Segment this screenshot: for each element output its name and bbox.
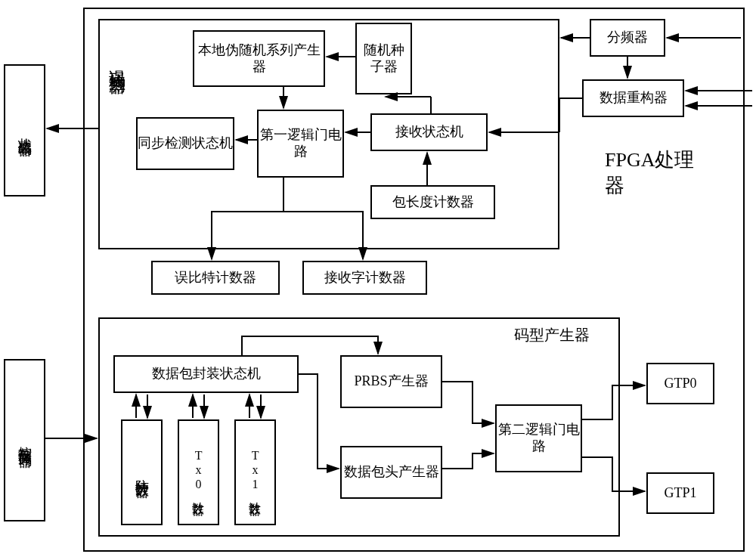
- prbs-gen-block: PRBS产生器: [340, 355, 442, 408]
- rx-word-counter-label: 接收字计数器: [324, 270, 406, 286]
- sync-detect-sm-label: 同步检测状态机: [138, 135, 233, 152]
- status-encoder-block: 状态编码器: [4, 64, 45, 196]
- protect-counter-block: 防护计数器: [121, 419, 163, 525]
- gtp1-block: GTP1: [646, 472, 714, 514]
- error-detector-label: 误码检测器: [106, 57, 128, 68]
- data-reconstructor-block: 数据重构器: [582, 79, 684, 117]
- prbs-gen-label: PRBS产生器: [354, 373, 428, 390]
- rx-state-machine-label: 接收状态机: [395, 124, 463, 141]
- packet-header-gen-block: 数据包头产生器: [340, 446, 442, 499]
- packet-len-counter-block: 包长度计数器: [370, 185, 495, 219]
- local-prbs-gen-label: 本地伪随机系列产生器: [194, 42, 324, 75]
- control-signal-decoder-label: 控制信号译码器: [17, 435, 33, 446]
- first-logic-gate-block: 第一逻辑门电路: [257, 110, 344, 178]
- tx1-counter-block: Tx1计数器: [234, 419, 276, 525]
- random-seed-block: 随机种子器: [355, 23, 412, 94]
- divider-block: 分频器: [590, 19, 665, 57]
- control-signal-decoder-block: 控制信号译码器: [4, 359, 45, 521]
- packet-encap-sm-label: 数据包封装状态机: [152, 366, 261, 382]
- fpga-label: FPGA处理器: [605, 147, 711, 199]
- first-logic-gate-label: 第一逻辑门电路: [259, 127, 342, 159]
- gtp1-label: GTP1: [664, 485, 696, 502]
- rx-word-counter-block: 接收字计数器: [302, 261, 427, 295]
- second-logic-gate-block: 第二逻辑门电路: [495, 404, 582, 472]
- tx1-counter-label: Tx1计数器: [248, 449, 262, 497]
- protect-counter-label: 防护计数器: [134, 469, 150, 476]
- error-bit-counter-label: 误比特计数器: [175, 270, 256, 286]
- status-encoder-label: 状态编码器: [17, 127, 33, 135]
- tx0-counter-label: Tx0计数器: [191, 449, 206, 497]
- packet-encap-sm-block: 数据包封装状态机: [113, 355, 299, 393]
- packet-header-gen-label: 数据包头产生器: [344, 464, 439, 481]
- tx0-counter-block: Tx0计数器: [178, 419, 219, 525]
- packet-len-counter-label: 包长度计数器: [392, 194, 474, 211]
- local-prbs-gen-block: 本地伪随机系列产生器: [193, 30, 325, 87]
- random-seed-label: 随机种子器: [357, 42, 411, 75]
- divider-label: 分频器: [607, 29, 648, 46]
- data-reconstructor-label: 数据重构器: [600, 90, 668, 107]
- pattern-gen-label: 码型产生器: [514, 325, 590, 345]
- rx-state-machine-block: 接收状态机: [370, 113, 488, 151]
- error-bit-counter-block: 误比特计数器: [151, 261, 280, 295]
- second-logic-gate-label: 第二逻辑门电路: [497, 422, 581, 454]
- gtp0-label: GTP0: [664, 376, 696, 392]
- gtp0-block: GTP0: [646, 363, 714, 404]
- sync-detect-sm-block: 同步检测状态机: [136, 117, 234, 170]
